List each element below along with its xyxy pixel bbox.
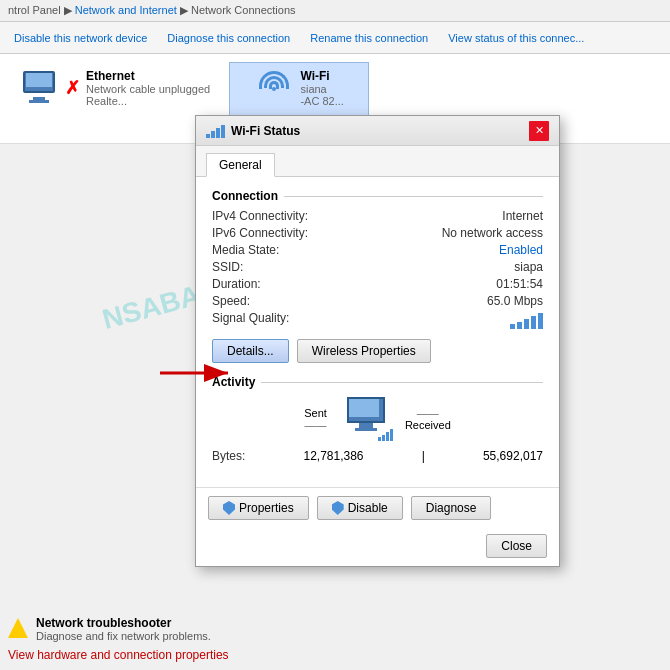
section-divider [284,196,543,197]
connection-section-header: Connection [212,189,543,203]
dialog-content: Connection IPv4 Connectivity: Internet I… [196,177,559,487]
signal-quality-row: Signal Quality: [212,311,543,329]
ethernet-adapter: Realte... [86,95,210,107]
bytes-label: Bytes: [212,449,245,463]
breadcrumb: ntrol Panel ▶ Network and Internet ▶ Net… [0,0,670,22]
ethernet-title: Ethernet [86,69,210,83]
sent-dashes: —— [304,419,327,431]
shield-icon-disable [332,501,344,515]
wifi-adapter: -AC 82... [300,95,343,107]
media-state-value: Enabled [499,243,543,257]
sent-label: Sent [304,407,327,419]
disconnected-icon: ✗ [65,79,80,97]
ipv6-label: IPv6 Connectivity: [212,226,308,240]
diagnose-label: Diagnose [426,501,477,515]
ssid-value: siapa [514,260,543,274]
wireless-properties-button[interactable]: Wireless Properties [297,339,431,363]
dialog-close-button[interactable]: ✕ [529,121,549,141]
ethernet-connection[interactable]: ✗ Ethernet Network cable unplugged Realt… [8,62,221,135]
toolbar-rename[interactable]: Rename this connection [300,22,438,53]
media-state-row: Media State: Enabled [212,243,543,257]
breadcrumb-network-internet[interactable]: Network and Internet [75,4,177,16]
media-state-label: Media State: [212,243,279,257]
activity-network-icon [339,397,393,441]
disable-label: Disable [348,501,388,515]
wifi-title: Wi-Fi [300,69,343,83]
hardware-link[interactable]: View hardware and connection properties [8,648,229,662]
warning-title: Network troubleshooter [36,616,211,630]
activity-visual: Sent —— [212,397,543,441]
diagnose-button[interactable]: Diagnose [411,496,492,520]
bytes-pipe: | [422,449,425,463]
speed-row: Speed: 65.0 Mbps [212,294,543,308]
signal-quality-label: Signal Quality: [212,311,289,329]
duration-label: Duration: [212,277,261,291]
ipv4-row: IPv4 Connectivity: Internet [212,209,543,223]
activity-section: Activity Sent —— [212,375,543,463]
warning-row: Network troubleshooter Diagnose and fix … [8,616,662,642]
properties-label: Properties [239,501,294,515]
ethernet-subtitle: Network cable unplugged [86,83,210,95]
tab-general[interactable]: General [206,153,275,177]
warning-subtitle: Diagnose and fix network problems. [36,630,211,642]
bytes-row: Bytes: 12,781,386 | 55,692,017 [212,449,543,463]
shield-icon-properties [223,501,235,515]
ipv6-value: No network access [442,226,543,240]
disable-button[interactable]: Disable [317,496,403,520]
toolbar-diagnose[interactable]: Diagnose this connection [157,22,300,53]
warning-icon [8,618,28,638]
activity-label: Activity [212,375,255,389]
details-button[interactable]: Details... [212,339,289,363]
duration-row: Duration: 01:51:54 [212,277,543,291]
wifi-status-dialog: Wi-Fi Status ✕ General Connection IPv4 C… [195,115,560,567]
properties-button[interactable]: Properties [208,496,309,520]
received-label: Received [405,419,451,431]
ipv4-value: Internet [502,209,543,223]
ipv6-row: IPv6 Connectivity: No network access [212,226,543,240]
speed-value: 65.0 Mbps [487,294,543,308]
wifi-icon [254,71,294,105]
close-row: Close [196,528,559,566]
dialog-titlebar: Wi-Fi Status ✕ [196,116,559,146]
wifi-subtitle: siana [300,83,343,95]
dialog-title-text: Wi-Fi Status [231,124,300,138]
bytes-sent: 12,781,386 [303,449,363,463]
dialog-footer: Properties Disable Diagnose [196,487,559,528]
wifi-title-icon [206,124,225,138]
dialog-tabs: General [196,146,559,177]
page-bottom: Network troubleshooter Diagnose and fix … [0,608,670,670]
breadcrumb-network-connections: Network Connections [191,4,296,16]
duration-value: 01:51:54 [496,277,543,291]
bytes-received: 55,692,017 [483,449,543,463]
breadcrumb-text: ntrol Panel [8,4,61,16]
toolbar-status[interactable]: View status of this connec... [438,22,594,53]
close-button[interactable]: Close [486,534,547,558]
connection-buttons: Details... Wireless Properties [212,339,543,363]
activity-section-header: Activity [212,375,543,389]
signal-bars [510,311,543,329]
speed-label: Speed: [212,294,250,308]
toolbar-disable[interactable]: Disable this network device [4,22,157,53]
ethernet-icon [19,71,59,105]
toolbar: Disable this network device Diagnose thi… [0,22,670,54]
ssid-row: SSID: siapa [212,260,543,274]
connection-label: Connection [212,189,278,203]
received-dashes: —— [405,407,451,419]
activity-divider [261,382,543,383]
connection-info-table: IPv4 Connectivity: Internet IPv6 Connect… [212,209,543,329]
ipv4-label: IPv4 Connectivity: [212,209,308,223]
ssid-label: SSID: [212,260,243,274]
dialog-title-area: Wi-Fi Status [206,124,300,138]
